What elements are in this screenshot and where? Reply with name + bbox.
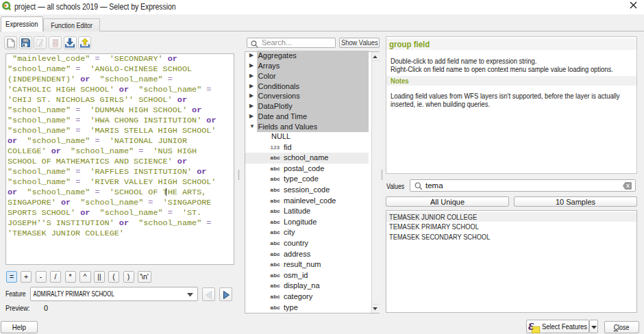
svg-text:ε: ε <box>528 321 534 333</box>
